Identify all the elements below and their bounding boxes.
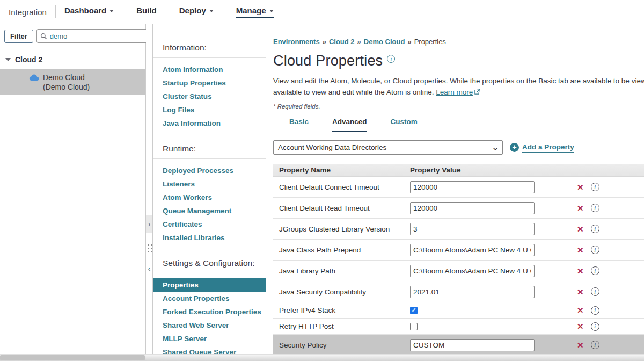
app-brand[interactable]: Integration [9, 8, 47, 17]
breadcrumb-link-environments[interactable]: Environments [273, 38, 320, 46]
description-line-2: available to view and edit while the Ato… [273, 86, 644, 98]
property-name-label: Retry HTTP Post [273, 322, 410, 330]
property-name-label: Prefer IPv4 Stack [273, 306, 410, 314]
menu-item-mllp-server[interactable]: MLLP Server [153, 332, 266, 345]
property-value-input[interactable] [410, 223, 535, 235]
properties-table-header: Property Name Property Value [273, 164, 644, 177]
delete-property-icon[interactable]: ✕ [577, 341, 584, 349]
menu-item-installed-libraries[interactable]: Installed Libraries [153, 231, 266, 244]
menu-item-certificates[interactable]: Certificates [153, 218, 266, 231]
delete-property-icon[interactable]: ✕ [577, 267, 584, 275]
expand-panel-icon[interactable]: › [146, 215, 152, 233]
property-info-icon[interactable]: i [591, 341, 599, 349]
delete-property-icon[interactable]: ✕ [577, 306, 584, 314]
nav-item-deploy[interactable]: Deploy [179, 6, 214, 18]
property-info-icon[interactable]: i [591, 322, 599, 331]
delete-property-icon[interactable]: ✕ [577, 288, 584, 296]
tabs-bar: Basic Advanced Custom [273, 118, 644, 132]
select-chevron-icon: ⌄ [492, 144, 499, 151]
app-root: Integration DashboardBuildDeployManage F… [0, 0, 644, 361]
atom-menu-panel: Information:Atom InformationStartup Prop… [153, 24, 266, 354]
table-row: Client Default Read Timeout✕i [273, 198, 644, 219]
menu-item-queue-management[interactable]: Queue Management [153, 204, 266, 218]
menu-item-listeners[interactable]: Listeners [153, 177, 266, 191]
breadcrumb-current: Properties [414, 38, 446, 46]
body-row: Filter ✕ + New Cloud 2 [0, 24, 644, 354]
property-checkbox[interactable] [410, 307, 418, 314]
property-value-input[interactable] [410, 181, 535, 193]
property-group-select-value: Account Working Data Directories [278, 143, 386, 151]
property-info-icon[interactable]: i [591, 204, 599, 212]
menu-item-account-properties[interactable]: Account Properties [153, 292, 266, 305]
delete-property-icon[interactable]: ✕ [577, 225, 584, 233]
tree-node-name: Demo Cloud [43, 73, 140, 82]
menu-item-shared-web-server[interactable]: Shared Web Server [153, 319, 266, 332]
external-link-icon [474, 86, 480, 98]
menu-item-atom-information[interactable]: Atom Information [153, 63, 266, 76]
tab-basic[interactable]: Basic [289, 118, 309, 132]
add-property-button[interactable]: + Add a Property [510, 143, 574, 153]
property-info-icon[interactable]: i [591, 225, 599, 233]
menu-item-java-information[interactable]: Java Information [153, 117, 266, 130]
title-info-icon[interactable]: i [387, 55, 395, 63]
search-box[interactable]: ✕ [36, 29, 158, 43]
horizontal-scrollbar-thumb[interactable] [0, 355, 145, 360]
panel-splitter[interactable]: › ‹ [146, 24, 153, 354]
property-group-select[interactable]: Account Working Data Directories ⌄ [273, 140, 503, 155]
tree-toolbar: Filter ✕ + New [0, 24, 145, 48]
delete-property-icon[interactable]: ✕ [577, 246, 584, 254]
learn-more-link[interactable]: Learn more [436, 88, 473, 96]
delete-property-icon[interactable]: ✕ [577, 204, 584, 212]
property-info-icon[interactable]: i [591, 287, 599, 296]
nav-item-dashboard[interactable]: Dashboard [64, 6, 114, 18]
menu-item-deployed-processes[interactable]: Deployed Processes [153, 164, 266, 177]
tree-group-cloud-2[interactable]: Cloud 2 [0, 54, 145, 66]
nav-item-label: Build [136, 6, 157, 15]
property-name-label: Security Policy [273, 341, 410, 349]
menu-item-cluster-status[interactable]: Cluster Status [153, 90, 266, 103]
property-info-icon[interactable]: i [591, 266, 599, 275]
property-value-cell [410, 307, 577, 314]
filter-button[interactable]: Filter [4, 30, 33, 43]
property-name-label: JGroups Clustered Library Version [273, 225, 410, 233]
search-input[interactable] [50, 32, 144, 40]
nav-item-build[interactable]: Build [136, 6, 157, 18]
breadcrumb-separator: » [323, 38, 326, 46]
table-row: Retry HTTP Post✕i [273, 319, 644, 335]
delete-property-icon[interactable]: ✕ [577, 183, 584, 191]
property-value-input[interactable] [410, 265, 535, 277]
tab-advanced[interactable]: Advanced [332, 118, 367, 132]
menu-item-properties[interactable]: Properties [153, 278, 266, 292]
property-value-input[interactable] [410, 244, 535, 256]
horizontal-scrollbar[interactable] [0, 354, 644, 361]
tree-node-demo-cloud[interactable]: Demo Cloud (Demo Cloud) [0, 69, 145, 95]
main-content: Environments»Cloud 2»Demo Cloud»Properti… [266, 24, 644, 354]
breadcrumb-link-cloud-2[interactable]: Cloud 2 [329, 38, 355, 46]
tab-custom[interactable]: Custom [391, 118, 418, 132]
property-info-icon[interactable]: i [591, 246, 599, 254]
main-nav: DashboardBuildDeployManage [64, 6, 274, 18]
menu-section-title: Runtime: [153, 144, 266, 158]
property-value-input[interactable] [410, 286, 535, 298]
menu-item-startup-properties[interactable]: Startup Properties [153, 76, 266, 90]
splitter-grip-handle[interactable] [147, 239, 152, 257]
properties-table: Property Name Property Value Client Defa… [273, 164, 644, 354]
property-info-icon[interactable]: i [591, 183, 599, 191]
property-value-cell [410, 181, 577, 193]
menu-item-atom-workers[interactable]: Atom Workers [153, 191, 266, 204]
menu-item-forked-execution-properties[interactable]: Forked Execution Properties [153, 305, 266, 319]
chevron-down-icon [269, 10, 274, 12]
property-value-input[interactable] [410, 339, 535, 351]
property-checkbox[interactable] [410, 323, 418, 330]
menu-item-log-files[interactable]: Log Files [153, 103, 266, 117]
property-info-icon[interactable]: i [591, 306, 599, 315]
nav-item-manage[interactable]: Manage [236, 6, 274, 18]
breadcrumb-link-demo-cloud[interactable]: Demo Cloud [364, 38, 405, 46]
property-value-cell [410, 202, 577, 214]
delete-property-icon[interactable]: ✕ [577, 322, 584, 330]
row-actions: ✕i [577, 204, 644, 212]
property-value-input[interactable] [410, 202, 535, 214]
menu-item-shared-queue-server[interactable]: Shared Queue Server [153, 345, 266, 354]
collapse-panel-icon[interactable]: ‹ [146, 262, 152, 274]
row-actions: ✕i [577, 322, 644, 331]
